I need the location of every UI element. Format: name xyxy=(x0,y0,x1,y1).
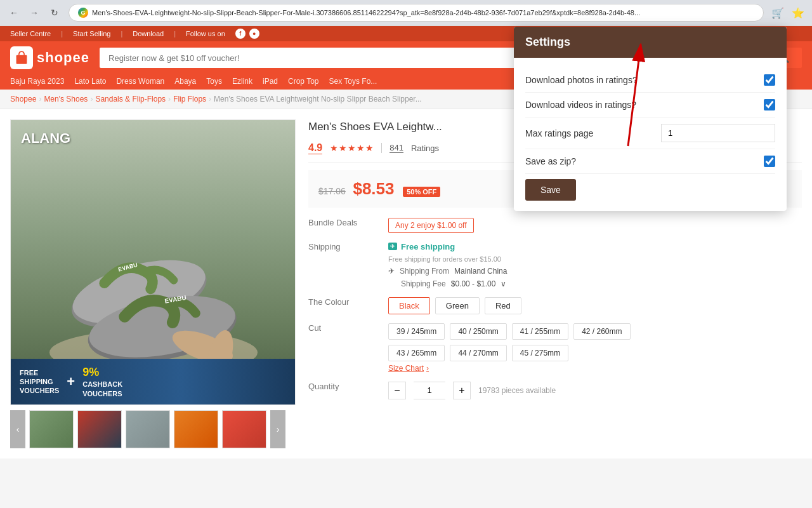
nav-link-dress[interactable]: Dress Woman xyxy=(116,77,164,86)
nav-link-lato[interactable]: Lato Lato xyxy=(74,77,106,86)
thumb-prev-button[interactable]: ‹ xyxy=(10,410,25,448)
nav-link-abaya[interactable]: Abaya xyxy=(174,77,196,86)
banner-plus: + xyxy=(67,373,75,390)
shopee-logo[interactable]: shopee xyxy=(10,46,89,69)
thumbnail-3[interactable] xyxy=(126,410,170,448)
size-45[interactable]: 45 / 275mm xyxy=(512,345,568,361)
quantity-value: − + 19783 pieces available xyxy=(388,382,802,399)
back-button[interactable]: ← xyxy=(5,4,23,22)
banner-free-shipping: FREESHIPPINGVOUCHERS xyxy=(20,368,59,396)
quantity-decrease-button[interactable]: − xyxy=(388,382,406,399)
nav-link-ezlink[interactable]: Ezlink xyxy=(232,77,252,86)
ship-plane-icon: ✈ xyxy=(388,267,395,276)
settings-header: Settings xyxy=(514,27,787,58)
colour-options: Black Green Red xyxy=(388,297,802,314)
thumbnail-2[interactable] xyxy=(77,410,122,448)
nav-buttons: ← → ↻ xyxy=(5,4,63,22)
sep3: | xyxy=(174,30,176,37)
thumbnail-5[interactable] xyxy=(222,410,266,448)
seller-centre-link[interactable]: Seller Centre xyxy=(10,30,51,37)
ship-fee-value: $0.00 - $1.00 xyxy=(451,279,496,288)
thumbnail-4[interactable] xyxy=(174,410,218,448)
save-zip-label: Save as zip? xyxy=(525,156,576,166)
quantity-controls: − + 19783 pieces available xyxy=(388,382,802,399)
svg-rect-0 xyxy=(16,55,27,64)
download-photos-row: Download photos in ratings? xyxy=(525,68,775,93)
breadcrumb-flip-flops[interactable]: Flip Flops xyxy=(173,95,206,104)
colour-green[interactable]: Green xyxy=(435,297,480,314)
size-39[interactable]: 39 / 245mm xyxy=(388,323,445,340)
extension-button-1[interactable]: 🛒 xyxy=(769,4,787,22)
ship-from-row: ✈ Shipping From Mainland China xyxy=(388,267,802,276)
breadcrumb-shopee[interactable]: Shopee xyxy=(10,95,36,104)
top-bar-left: Seller Centre | Start Selling | Download… xyxy=(10,29,259,39)
breadcrumb-mens-shoes[interactable]: Men's Shoes xyxy=(44,95,88,104)
max-ratings-input[interactable] xyxy=(661,124,775,142)
download-link[interactable]: Download xyxy=(133,30,164,37)
free-ship-row: ✈ Free shipping xyxy=(388,242,802,251)
chevron-down-icon: ∨ xyxy=(501,279,506,288)
size-options-2: 43 / 265mm 44 / 270mm 45 / 275mm xyxy=(388,345,802,361)
size-42[interactable]: 42 / 260mm xyxy=(573,323,630,340)
bag-svg xyxy=(13,49,30,67)
main-product-image: ALANG E xyxy=(10,119,296,405)
breadcrumb-sandals[interactable]: Sandals & Flip-Flops xyxy=(95,95,166,104)
bundle-row: Bundle Deals Any 2 enjoy $1.00 off xyxy=(308,218,802,233)
breadcrumb-sep-4: › xyxy=(209,95,211,104)
ratings-label: Ratings xyxy=(411,144,439,153)
rating-score: 4.9 xyxy=(308,142,322,154)
reload-button[interactable]: ↻ xyxy=(46,4,63,22)
thumbnail-1[interactable] xyxy=(29,410,74,448)
address-bar[interactable]: G Men's-Shoes-EVA-Leightweight-No-slip-S… xyxy=(69,4,764,22)
free-ship-icon: ✈ xyxy=(388,243,397,250)
browser-toolbar: ← → ↻ G Men's-Shoes-EVA-Leightweight-No-… xyxy=(0,0,812,25)
size-44[interactable]: 44 / 270mm xyxy=(450,345,506,361)
breadcrumb-product: Men's Shoes EVA Leightweight No-slip Sli… xyxy=(214,95,422,104)
thumb-next-button[interactable]: › xyxy=(270,410,285,448)
colour-black[interactable]: Black xyxy=(388,297,430,314)
instagram-icon[interactable]: ● xyxy=(249,29,259,39)
thumbnail-row: ‹ › xyxy=(10,410,296,448)
google-icon: G xyxy=(78,8,88,18)
size-chart-text: Size Chart xyxy=(388,364,424,373)
ship-from-label: Shipping From xyxy=(400,267,449,276)
download-videos-checkbox[interactable] xyxy=(764,99,775,110)
stars: ★ ★ ★ ★ ★ xyxy=(330,143,374,153)
nav-link-ipad[interactable]: iPad xyxy=(263,77,278,86)
bundle-badge: Any 2 enjoy $1.00 off xyxy=(388,218,474,233)
size-43[interactable]: 43 / 265mm xyxy=(388,345,445,361)
nav-link-sex[interactable]: Sex Toys Fo... xyxy=(329,77,377,86)
quantity-input[interactable] xyxy=(414,382,445,399)
rating-sep xyxy=(381,143,382,153)
quantity-increase-button[interactable]: + xyxy=(453,382,471,399)
product-photo: ALANG E xyxy=(11,120,295,404)
colour-red[interactable]: Red xyxy=(485,297,521,314)
nav-link-toys[interactable]: Toys xyxy=(206,77,222,86)
download-videos-label: Download videos in ratings? xyxy=(525,100,636,110)
save-button[interactable]: Save xyxy=(525,179,576,201)
ship-from-value: Mainland China xyxy=(454,267,507,276)
forward-button[interactable]: → xyxy=(25,4,43,22)
nav-link-baju[interactable]: Baju Raya 2023 xyxy=(10,77,64,86)
size-41[interactable]: 41 / 255mm xyxy=(512,323,568,340)
stock-info: 19783 pieces available xyxy=(478,386,556,395)
bundle-value: Any 2 enjoy $1.00 off xyxy=(388,218,802,233)
size-40[interactable]: 40 / 250mm xyxy=(450,323,506,340)
original-price: $17.06 xyxy=(318,186,346,196)
star-1: ★ xyxy=(330,143,338,153)
nav-link-crop[interactable]: Crop Top xyxy=(288,77,318,86)
size-chart-link[interactable]: Size Chart › xyxy=(388,364,429,373)
settings-panel: Settings Download photos in ratings? Dow… xyxy=(514,27,787,211)
ratings-count: 841 xyxy=(390,143,403,153)
breadcrumb-sep-3: › xyxy=(168,95,171,104)
ship-fee-row: Shipping Fee $0.00 - $1.00 ∨ xyxy=(388,279,802,288)
extension-button-2[interactable]: ⭐ xyxy=(789,4,807,22)
sep1: | xyxy=(61,30,63,37)
facebook-icon[interactable]: f xyxy=(235,29,246,39)
discount-badge: 50% OFF xyxy=(403,187,440,197)
flipflop-illustration: EVABU EVABU xyxy=(11,133,296,393)
save-zip-checkbox[interactable] xyxy=(764,156,775,167)
url-text: Men's-Shoes-EVA-Leightweight-No-slip-Sli… xyxy=(92,9,754,17)
start-selling-link[interactable]: Start Selling xyxy=(73,30,110,37)
download-photos-checkbox[interactable] xyxy=(764,74,775,86)
